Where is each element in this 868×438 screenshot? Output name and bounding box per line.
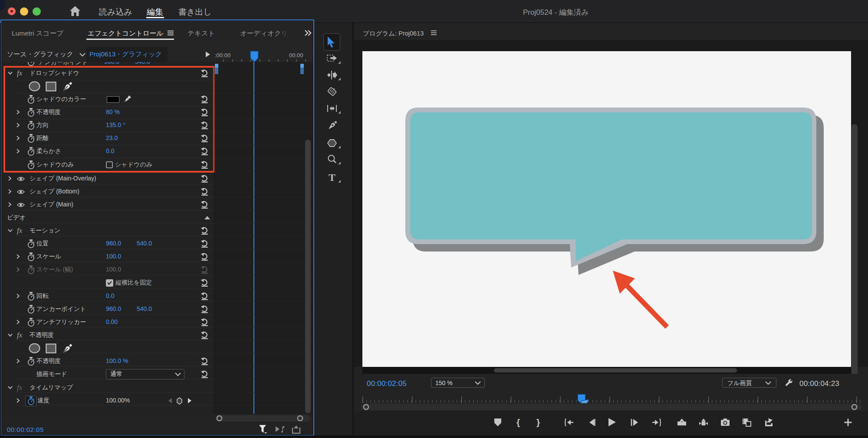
svg-text:T: T — [329, 172, 335, 183]
